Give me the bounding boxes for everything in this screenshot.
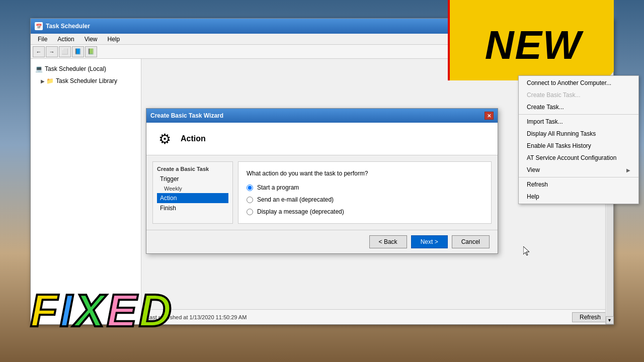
wizard-radio-group: Start a program Send an e-mail (deprecat… — [247, 184, 483, 215]
wizard-option-send-email[interactable]: Send an e-mail (deprecated) — [247, 196, 483, 203]
ctx-help[interactable]: Help — [519, 191, 638, 203]
wizard-radio-send-email[interactable] — [247, 197, 253, 203]
wizard-close-button[interactable]: ✕ — [485, 112, 494, 120]
back-button[interactable]: < Back — [369, 235, 407, 248]
next-button[interactable]: Next > — [411, 235, 448, 248]
ctx-view[interactable]: View ▶ — [519, 164, 638, 176]
wizard-footer: < Back Next > Cancel — [146, 230, 498, 253]
wizard-radio-display-message[interactable] — [247, 209, 253, 215]
wizard-steps-panel: Create a Basic Task Trigger Weekly Actio… — [152, 161, 233, 224]
wizard-step-action[interactable]: Action — [157, 193, 228, 203]
wizard-title: Create Basic Task Wizard — [150, 112, 485, 119]
ctx-import-task[interactable]: Import Task... — [519, 116, 638, 128]
wizard-radio-start-program[interactable] — [247, 185, 253, 191]
wizard-header-title: Action — [181, 134, 206, 143]
ctx-separator-1 — [519, 114, 638, 115]
wizard-step-trigger-weekly[interactable]: Weekly — [157, 184, 228, 193]
ctx-separator-2 — [519, 177, 638, 177]
ctx-create-task[interactable]: Create Task... — [519, 101, 638, 113]
wizard-steps-section-label: Create a Basic Task — [157, 166, 228, 172]
ctx-at-service[interactable]: AT Service Account Configuration — [519, 152, 638, 164]
wizard-header-icon: ⚙ — [154, 129, 175, 149]
wizard-step-finish[interactable]: Finish — [157, 203, 228, 213]
ctx-enable-tasks-history[interactable]: Enable All Tasks History — [519, 140, 638, 152]
wizard-step-trigger[interactable]: Trigger — [157, 174, 228, 184]
context-menu: Connect to Another Computer... Create Ba… — [518, 75, 639, 204]
wizard-question: What action do you want the task to perf… — [247, 170, 483, 177]
wizard-body: Create a Basic Task Trigger Weekly Actio… — [146, 155, 498, 230]
wizard-content: What action do you want the task to perf… — [238, 161, 492, 224]
wizard-header: ⚙ Action — [146, 123, 498, 155]
wizard-title-bar: Create Basic Task Wizard ✕ — [146, 109, 498, 123]
ctx-connect-computer[interactable]: Connect to Another Computer... — [519, 77, 638, 89]
wizard-option-start-program[interactable]: Start a program — [247, 184, 483, 191]
ctx-display-running[interactable]: Display All Running Tasks — [519, 128, 638, 140]
cancel-button[interactable]: Cancel — [452, 235, 490, 248]
wizard-box: Create Basic Task Wizard ✕ ⚙ Action Crea… — [146, 108, 498, 254]
ctx-create-basic-task: Create Basic Task... — [519, 89, 638, 101]
ctx-refresh[interactable]: Refresh — [519, 178, 638, 191]
ctx-view-arrow: ▶ — [626, 167, 630, 173]
wizard-option-display-message[interactable]: Display a message (deprecated) — [247, 208, 483, 215]
